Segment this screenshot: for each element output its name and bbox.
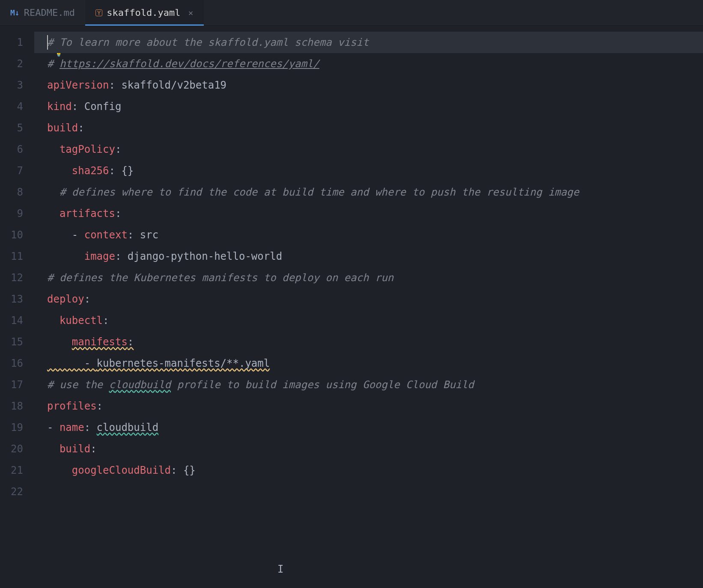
token: : <box>109 165 122 177</box>
token: # To learn more about the skaffold.yaml … <box>47 36 369 48</box>
code-line[interactable]: tagPolicy: <box>34 139 703 160</box>
token: : <box>115 208 121 220</box>
token: : <box>115 250 128 262</box>
token: : <box>128 229 140 241</box>
token: name <box>60 422 84 434</box>
line-number: 6 <box>0 139 34 160</box>
code-line[interactable]: kind: Config <box>34 96 703 117</box>
code-line[interactable]: googleCloudBuild: {} <box>34 460 703 481</box>
code-line[interactable]: - context: src <box>34 224 703 246</box>
token: - <box>47 229 84 241</box>
line-number: 14 <box>0 310 34 331</box>
token: deploy <box>47 293 84 305</box>
code-line[interactable]: profiles: <box>34 395 703 417</box>
line-number: 11 <box>0 246 34 267</box>
token <box>47 250 84 262</box>
yaml-icon: Y <box>95 9 102 16</box>
text-cursor-icon: I <box>277 563 283 575</box>
line-number: 10 <box>0 224 34 246</box>
token: : <box>84 422 97 434</box>
line-number: 1 <box>0 32 34 53</box>
token: : <box>103 315 109 327</box>
token: # defines where to find the code at buil… <box>60 186 579 198</box>
line-number: 19 <box>0 417 34 438</box>
token: image <box>84 250 115 262</box>
token: {} <box>183 464 196 476</box>
close-icon[interactable]: × <box>188 8 194 18</box>
code-line[interactable]: # defines where to find the code at buil… <box>34 181 703 203</box>
editor: 12345678910111213141516171819202122 💡 # … <box>0 26 703 588</box>
text-caret <box>47 35 48 50</box>
token: skaffold/v2beta19 <box>121 79 226 91</box>
line-number: 18 <box>0 395 34 417</box>
tab-README-md[interactable]: M↓README.md <box>0 0 85 25</box>
token: googleCloudBuild <box>72 464 171 476</box>
editor-tabs: M↓README.mdYskaffold.yaml× <box>0 0 703 26</box>
token: : <box>97 400 103 412</box>
line-number: 13 <box>0 288 34 310</box>
token: # defines the Kubernetes manifests to de… <box>47 272 393 284</box>
token <box>47 143 60 155</box>
token: cloudbuild <box>109 379 171 391</box>
token <box>47 336 72 348</box>
token: : <box>115 143 121 155</box>
code-line[interactable]: build: <box>34 117 703 139</box>
code-line[interactable]: build: <box>34 438 703 460</box>
token: : <box>78 122 84 134</box>
line-number: 2 <box>0 53 34 74</box>
code-line[interactable]: kubectl: <box>34 310 703 331</box>
code-area[interactable]: 💡 # To learn more about the skaffold.yam… <box>34 26 703 588</box>
line-number: 7 <box>0 160 34 181</box>
token: # use the <box>47 379 109 391</box>
line-number: 16 <box>0 353 34 374</box>
tab-skaffold-yaml[interactable]: Yskaffold.yaml× <box>85 0 204 25</box>
code-line[interactable]: # defines the Kubernetes manifests to de… <box>34 267 703 288</box>
token: - <box>47 422 60 434</box>
markdown-icon: M↓ <box>10 8 20 17</box>
token: : <box>84 293 90 305</box>
code-line[interactable]: image: django-python-hello-world <box>34 246 703 267</box>
token <box>47 165 72 177</box>
token: kubernetes-manifests/**.yaml <box>97 357 270 369</box>
token <box>47 315 60 327</box>
token: Config <box>84 101 122 113</box>
token: profiles <box>47 400 97 412</box>
token: src <box>140 229 158 241</box>
line-number: 9 <box>0 203 34 224</box>
token: kubectl <box>60 315 103 327</box>
token <box>47 443 60 455</box>
code-line[interactable] <box>34 481 703 502</box>
code-line[interactable]: # To learn more about the skaffold.yaml … <box>34 32 703 53</box>
token <box>47 464 72 476</box>
token: profile to build images using Google Clo… <box>171 379 474 391</box>
token <box>47 186 60 198</box>
token: cloudbuild <box>97 422 159 434</box>
line-number: 8 <box>0 181 34 203</box>
code-line[interactable]: manifests: <box>34 331 703 353</box>
token: build <box>47 122 78 134</box>
code-line[interactable]: deploy: <box>34 288 703 310</box>
token: kind <box>47 101 72 113</box>
token: # <box>47 58 60 70</box>
code-line[interactable]: - kubernetes-manifests/**.yaml <box>34 353 703 374</box>
token: sha256 <box>72 165 109 177</box>
token: build <box>60 443 90 455</box>
code-line[interactable]: # use the cloudbuild profile to build im… <box>34 374 703 395</box>
code-line[interactable]: - name: cloudbuild <box>34 417 703 438</box>
code-line[interactable]: apiVersion: skaffold/v2beta19 <box>34 74 703 96</box>
token: https://skaffold.dev/docs/references/yam… <box>60 58 319 70</box>
token: apiVersion <box>47 79 109 91</box>
token: : <box>90 443 96 455</box>
token: context <box>84 229 128 241</box>
code-line[interactable]: sha256: {} <box>34 160 703 181</box>
token: : <box>171 464 183 476</box>
token: artifacts <box>60 208 115 220</box>
tab-label: README.md <box>24 7 75 18</box>
token: manifests <box>72 336 128 348</box>
code-line[interactable]: artifacts: <box>34 203 703 224</box>
code-line[interactable]: # https://skaffold.dev/docs/references/y… <box>34 53 703 74</box>
token: tagPolicy <box>60 143 115 155</box>
line-number: 5 <box>0 117 34 139</box>
line-number: 17 <box>0 374 34 395</box>
line-number: 3 <box>0 74 34 96</box>
